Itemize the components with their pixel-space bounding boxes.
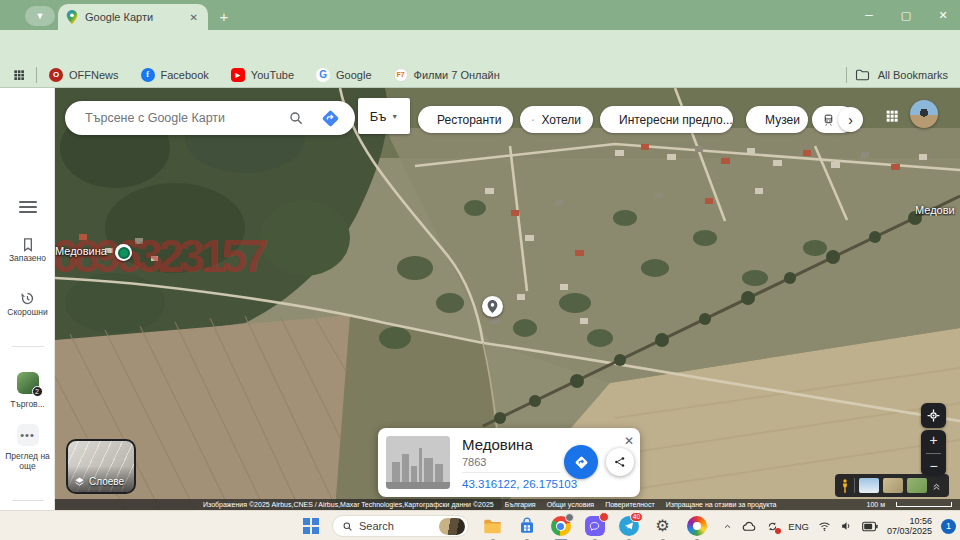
- maps-search-bar[interactable]: Търсене с Google Карти: [65, 101, 355, 135]
- input-tools-label: Бъ: [370, 109, 387, 124]
- link-feedback[interactable]: Изпращане на отзиви за продукта: [666, 501, 777, 508]
- taskbar-search-icon: [342, 521, 353, 532]
- taskbar-microsoft-store[interactable]: [516, 516, 537, 537]
- town-label-left: Медовина: [55, 245, 107, 257]
- tray-chevron-up-icon[interactable]: [722, 521, 733, 532]
- layers-icon: [74, 476, 85, 487]
- taskbar-search-box[interactable]: Search: [332, 515, 469, 537]
- taskbar-settings[interactable]: ⚙: [652, 516, 673, 537]
- directions-icon[interactable]: [320, 108, 341, 129]
- taskbar-telegram[interactable]: 40: [618, 516, 639, 537]
- file-explorer-icon: [483, 519, 502, 534]
- maps-menu-icon[interactable]: [18, 198, 38, 216]
- windows-taskbar: Search: [0, 510, 960, 540]
- search-icon[interactable]: [288, 110, 304, 126]
- sidebar-item-saved[interactable]: Запазено: [0, 236, 55, 263]
- recents-clock-icon: [19, 290, 36, 307]
- green-place-marker[interactable]: [115, 244, 132, 261]
- map-style-thumbnail-satellite[interactable]: [883, 478, 903, 493]
- map-style-thumbnail-terrain[interactable]: [907, 478, 927, 493]
- desktop-screen: ▼ Google Карти ✕ + ─ ▢ ✕ ← → google.com/…: [0, 0, 960, 540]
- place-info-card: Медовина 7863 43.316122, 26.175103 ✕: [378, 428, 640, 497]
- bookmark-facebook[interactable]: f Facebook: [141, 68, 209, 82]
- folder-icon: [855, 69, 870, 81]
- taskbar-photos[interactable]: [686, 516, 707, 537]
- clock[interactable]: 10:56 07/03/2025: [887, 516, 932, 536]
- onedrive-cloud-icon[interactable]: [742, 521, 757, 532]
- close-icon[interactable]: ✕: [622, 432, 636, 450]
- maps-search-input[interactable]: Търсене с Google Карти: [85, 111, 288, 125]
- bookmarks-bar: O OFFNews f Facebook ▶ YouTube G Google …: [0, 62, 960, 88]
- zoom-out-button[interactable]: −: [921, 459, 946, 473]
- all-bookmarks-button[interactable]: All Bookmarks: [846, 67, 948, 83]
- chips-scroll-right-button[interactable]: ›: [838, 107, 863, 132]
- bookmark-google[interactable]: G Google: [316, 68, 371, 82]
- selected-place-marker[interactable]: [482, 296, 503, 317]
- town-label-right: Медови: [915, 204, 960, 216]
- youtube-icon: ▶: [231, 68, 245, 82]
- taskbar-file-explorer[interactable]: [482, 516, 503, 537]
- input-tools-button[interactable]: Бъ ▼: [358, 98, 410, 134]
- tab-search-button[interactable]: ▼: [25, 6, 55, 26]
- bookmark-offnews[interactable]: O OFFNews: [49, 68, 119, 82]
- place-postal-code: 7863: [462, 456, 486, 468]
- place-photo-placeholder[interactable]: [386, 436, 450, 489]
- place-coordinates-link[interactable]: 43.316122, 26.175103: [462, 478, 577, 490]
- taskbar-viber[interactable]: [584, 516, 605, 537]
- link-country[interactable]: България: [505, 501, 536, 508]
- keyboard-language[interactable]: ENG: [788, 521, 809, 532]
- filmi7-icon: F7: [394, 68, 408, 82]
- window-minimize-button[interactable]: ─: [852, 0, 886, 30]
- zoom-in-button[interactable]: +: [921, 433, 946, 447]
- sync-alert-dot: [775, 528, 781, 534]
- taskbar-chrome[interactable]: [550, 516, 571, 537]
- link-privacy[interactable]: Поверителност: [605, 501, 655, 508]
- tray-time: 10:56: [887, 516, 932, 526]
- google-maps-favicon: [66, 10, 78, 24]
- chip-museums[interactable]: Музеи: [746, 106, 808, 133]
- scale-label: 100 м: [867, 501, 885, 508]
- chip-hotels[interactable]: Хотели: [520, 106, 593, 133]
- microsoft-store-icon: [518, 517, 536, 535]
- share-button[interactable]: [606, 448, 634, 476]
- zoom-control: + −: [921, 430, 946, 476]
- pegman-icon[interactable]: [840, 478, 850, 494]
- browser-tab[interactable]: Google Карти ✕: [58, 4, 208, 30]
- link-terms[interactable]: Общи условия: [547, 501, 594, 508]
- scale-bar: [896, 502, 952, 507]
- my-location-button[interactable]: [921, 403, 946, 428]
- saved-list-thumbnail: 2: [17, 372, 39, 394]
- pin-glyph-icon: [487, 300, 498, 313]
- sync-update-icon[interactable]: [766, 520, 779, 533]
- window-maximize-button[interactable]: ▢: [889, 0, 923, 30]
- bookmark-filmi7[interactable]: F7 Филми 7 Онлайн: [394, 68, 500, 82]
- chrome-update-badge: [565, 513, 574, 522]
- sidebar-item-saved-list[interactable]: 2 Търгов...: [0, 372, 55, 409]
- share-icon: [613, 455, 627, 469]
- directions-diamond-icon: [573, 454, 590, 471]
- map-view-switcher: [835, 474, 949, 497]
- bookmark-youtube[interactable]: ▶ YouTube: [231, 68, 294, 82]
- google-apps-grid-icon[interactable]: [884, 108, 900, 124]
- windows-start-button[interactable]: [303, 518, 319, 534]
- sidebar-item-more[interactable]: ••• Преглед на още: [0, 424, 55, 471]
- chip-attractions[interactable]: Интересни предло...: [600, 106, 733, 133]
- chip-restaurants[interactable]: Ресторанти: [418, 106, 513, 133]
- notification-count-badge[interactable]: 1: [941, 519, 956, 534]
- collapse-chevrons-icon[interactable]: [931, 480, 942, 492]
- maps-account-avatar[interactable]: [910, 100, 938, 128]
- battery-icon[interactable]: [862, 521, 878, 532]
- map-style-thumbnail-default[interactable]: [859, 478, 879, 493]
- volume-icon[interactable]: [840, 520, 853, 532]
- transit-icon: [822, 113, 835, 127]
- tab-close-icon[interactable]: ✕: [188, 10, 200, 25]
- saved-bookmark-icon: [20, 236, 36, 253]
- window-close-button[interactable]: ✕: [926, 0, 960, 30]
- sidebar-item-recents[interactable]: Скорошни: [0, 290, 55, 317]
- directions-button[interactable]: [564, 445, 598, 479]
- wifi-icon[interactable]: [818, 521, 831, 532]
- new-tab-button[interactable]: +: [214, 6, 234, 26]
- apps-grid-icon[interactable]: [12, 68, 26, 82]
- layers-control[interactable]: Слоеве: [66, 439, 136, 494]
- browser-titlebar: ▼ Google Карти ✕ + ─ ▢ ✕: [0, 0, 960, 30]
